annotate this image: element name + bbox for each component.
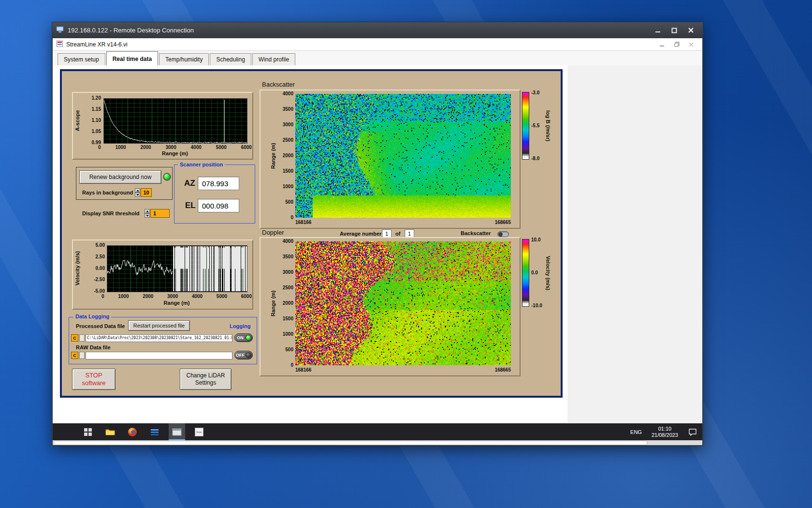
backscatter-y-ticks: 40003500300025002000150010005000 bbox=[278, 91, 293, 220]
rays-increment-button[interactable] bbox=[135, 188, 140, 193]
data-logging-group-label: Data Logging bbox=[73, 314, 111, 320]
backscatter-cbar-tick-min: -8.0 bbox=[531, 156, 539, 161]
tab-real-time-data[interactable]: Real time data bbox=[106, 51, 158, 65]
rdp-minimize-button[interactable] bbox=[650, 25, 666, 36]
snr-value-field[interactable]: 1 bbox=[150, 209, 170, 218]
change-lidar-settings-button[interactable]: Change LiDAR Settings bbox=[180, 369, 232, 390]
notification-icon[interactable] bbox=[683, 423, 702, 440]
snr-increment-button[interactable] bbox=[145, 209, 150, 213]
tab-temp-humidity[interactable]: Temp/humidity bbox=[159, 53, 209, 65]
firefox-icon[interactable] bbox=[124, 423, 141, 440]
tick-label: 5.00 bbox=[96, 243, 105, 248]
rdp-maximize-button[interactable] bbox=[666, 25, 682, 36]
tick-label: 0 bbox=[290, 363, 293, 368]
file-explorer-icon[interactable] bbox=[102, 423, 118, 440]
tick-label: 6000 bbox=[241, 294, 252, 299]
tick-label: 3000 bbox=[283, 270, 293, 275]
stop-software-button[interactable]: STOP software bbox=[72, 369, 116, 390]
backscatter-cbar-tick-max: -3.0 bbox=[531, 90, 539, 95]
doppler-colorbar bbox=[522, 239, 529, 307]
app-titlebar[interactable]: StreamLine XR v14-6.vi bbox=[53, 38, 702, 51]
raw-drive-icon[interactable]: C bbox=[71, 352, 78, 359]
raw-logging-toggle[interactable]: OFF bbox=[234, 351, 253, 359]
processed-drive-icon[interactable]: C bbox=[71, 334, 78, 342]
app-restore-button[interactable] bbox=[669, 40, 684, 49]
doppler-heatmap bbox=[295, 241, 511, 365]
clock[interactable]: 01:10 21/08/2023 bbox=[647, 426, 683, 438]
tick-label: 2000 bbox=[283, 153, 293, 158]
logging-label: Logging bbox=[228, 323, 252, 329]
tick-label: 4000 bbox=[283, 91, 293, 96]
ascope-x-axis-label: Range (m) bbox=[103, 150, 246, 156]
restart-processed-file-button[interactable]: Restart processed file bbox=[128, 320, 190, 331]
tab-scheduling[interactable]: Scheduling bbox=[210, 53, 251, 65]
average-count-field[interactable]: 1 bbox=[405, 229, 414, 238]
tick-label: 3000 bbox=[167, 294, 178, 299]
rdp-titlebar[interactable]: 192.168.0.122 - Remote Desktop Connectio… bbox=[52, 22, 703, 38]
tick-label: 1.05 bbox=[92, 129, 101, 134]
tick-label: 5000 bbox=[216, 145, 227, 150]
average-number-label: Average number bbox=[340, 231, 381, 237]
tick-label: 500 bbox=[285, 347, 293, 352]
tick-label: 0 bbox=[102, 294, 104, 299]
app-icon bbox=[57, 40, 63, 49]
rdp-close-button[interactable] bbox=[682, 25, 699, 36]
streamline-app-icon[interactable] bbox=[169, 423, 185, 440]
renew-background-button[interactable]: Renew background now bbox=[79, 170, 161, 184]
backscatter-colorbar bbox=[522, 92, 529, 160]
tab-wind-profile[interactable]: Wind profile bbox=[252, 53, 295, 65]
tick-label: 0 bbox=[98, 145, 101, 150]
rays-decrement-button[interactable] bbox=[135, 193, 140, 197]
backscatter-display-toggle[interactable] bbox=[497, 231, 509, 237]
raw-browse-icon[interactable] bbox=[79, 352, 85, 359]
backscatter-x-end: 168665 bbox=[482, 220, 511, 225]
start-button[interactable] bbox=[80, 423, 96, 440]
scrollbar-thumb[interactable] bbox=[54, 441, 647, 445]
tick-label: 2000 bbox=[283, 301, 293, 306]
tick-label: 1.20 bbox=[92, 96, 101, 101]
tick-label: 2.50 bbox=[96, 254, 105, 259]
rays-value-field[interactable]: 10 bbox=[141, 188, 152, 197]
tick-label: 4000 bbox=[191, 145, 202, 150]
scan-utility-icon[interactable]: Scan bbox=[191, 423, 207, 440]
off-label: OFF bbox=[235, 353, 246, 358]
app-close-button[interactable] bbox=[684, 40, 698, 49]
tick-label: 4000 bbox=[283, 239, 293, 244]
average-number-field[interactable]: 1 bbox=[382, 229, 392, 238]
tab-system-setup[interactable]: System setup bbox=[58, 53, 105, 65]
rays-in-background-label: Rays in background bbox=[82, 190, 133, 195]
tab-bar: System setup Real time data Temp/humidit… bbox=[53, 51, 702, 65]
tick-label: 0 bbox=[290, 215, 293, 220]
terminal-app-icon[interactable] bbox=[146, 423, 163, 440]
raw-path-field[interactable] bbox=[86, 352, 232, 359]
tick-label: 5000 bbox=[217, 294, 227, 299]
tick-label: -5.00 bbox=[94, 289, 105, 294]
el-value-field[interactable]: 000.098 bbox=[198, 199, 239, 212]
doppler-x-end: 168665 bbox=[482, 368, 511, 373]
tick-label: -2.50 bbox=[94, 277, 105, 282]
tick-label: 1000 bbox=[115, 145, 126, 150]
background-group: Renew background now Rays in background … bbox=[76, 167, 173, 200]
language-indicator[interactable]: ENG bbox=[625, 429, 647, 435]
doppler-y-axis-label: Range (m) bbox=[270, 241, 276, 365]
taskbar-tray: ENG 01:10 21/08/2023 bbox=[625, 423, 702, 440]
tick-label: 1000 bbox=[283, 332, 293, 337]
tick-label: 2000 bbox=[143, 294, 153, 299]
processed-path-field[interactable]: C:\LiDAR\Data\Proc\2023\202308\20230821\… bbox=[86, 334, 232, 342]
tick-label: 6000 bbox=[241, 145, 252, 150]
processed-browse-icon[interactable] bbox=[79, 334, 85, 342]
az-label: AZ bbox=[184, 179, 195, 188]
tick-label: 2000 bbox=[140, 145, 151, 150]
app-minimize-button[interactable] bbox=[655, 40, 669, 49]
processed-logging-toggle[interactable]: ON bbox=[234, 333, 253, 342]
rdp-horizontal-scrollbar[interactable] bbox=[53, 440, 702, 445]
tick-label: 3500 bbox=[283, 254, 293, 259]
tick-label: 500 bbox=[285, 200, 293, 205]
velocity-y-ticks: 5.002.500.00-2.50-5.00 bbox=[87, 243, 105, 294]
backscatter-colorbar-label: log B (/m/sr) bbox=[545, 92, 551, 160]
tick-label: 2500 bbox=[283, 285, 293, 290]
remote-desktop: StreamLine XR v14-6.vi System setup Real… bbox=[53, 38, 702, 445]
az-value-field[interactable]: 078.993 bbox=[198, 177, 239, 190]
snr-decrement-button[interactable] bbox=[145, 213, 150, 218]
change-button-line1: Change LiDAR bbox=[186, 372, 225, 379]
